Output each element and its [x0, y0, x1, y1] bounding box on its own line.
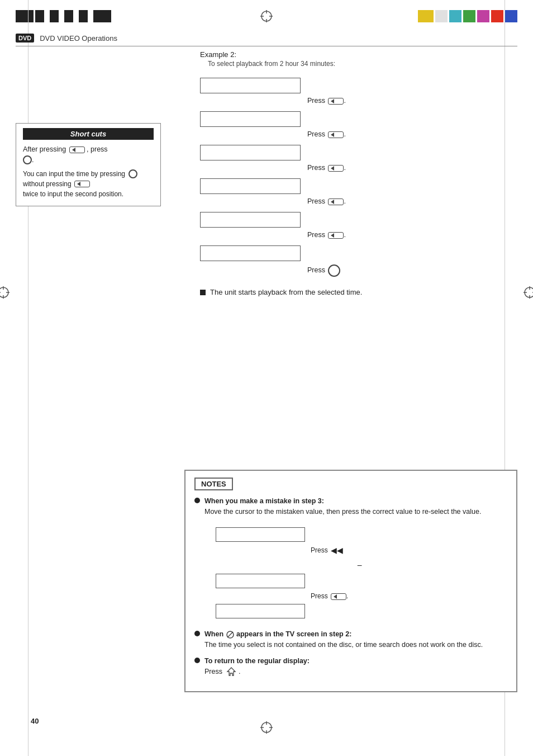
example2-subtitle: To select playback from 2 hour 34 minute… — [200, 60, 517, 68]
page-header: DVD DVD VIDEO Operations — [16, 34, 517, 46]
shortcut-panel: Short cuts After pressing , press . You … — [16, 123, 161, 206]
sub-step-box-c — [216, 604, 481, 618]
notes-section: NOTES When you make a mistake in step 3:… — [184, 470, 517, 692]
bar-gap — [75, 10, 77, 22]
note-bold-2a: When — [204, 630, 226, 638]
shortcut-title: Short cuts — [23, 128, 154, 140]
note-bold-1: When you make a mistake in step 3: — [204, 497, 324, 505]
note-text-2: When appears in the TV screen in step 2:… — [204, 629, 483, 650]
shortcut-note: You can input the time by pressing witho… — [23, 169, 154, 199]
step-row-3 — [200, 145, 517, 160]
step-row-4 — [200, 178, 517, 194]
shortcut-note-text: You can input the time by pressing — [23, 170, 125, 178]
press-row-1: Press . — [200, 97, 517, 105]
page-number: 40 — [31, 717, 39, 725]
bar-green — [463, 10, 475, 22]
right-crosshair — [522, 285, 533, 300]
flat-icon2 — [74, 181, 90, 187]
bar-gap — [46, 10, 48, 22]
note-press-3: Press — [204, 668, 222, 675]
press-label-4: Press . — [307, 197, 346, 205]
flat-icon-step3 — [328, 165, 344, 172]
step-row-1 — [200, 78, 517, 93]
bar-segment — [79, 10, 88, 22]
sub-press-a: Press ◀◀ — [216, 545, 481, 556]
step-box-4 — [200, 178, 301, 194]
bar-segment — [16, 10, 34, 22]
playback-info: The unit starts playback from the select… — [200, 288, 517, 296]
notes-title: NOTES — [194, 478, 233, 490]
flat-icon-step1 — [328, 98, 344, 105]
shortcut-note2: without pressing — [23, 180, 72, 188]
press-row-3: Press . — [200, 164, 517, 172]
example2-label: Example 2: — [200, 50, 517, 59]
step-box-5 — [200, 212, 301, 228]
bar-blue — [505, 10, 517, 22]
step-box-3 — [200, 145, 301, 160]
bar-yellow — [418, 10, 434, 22]
circle-icon2 — [129, 169, 137, 178]
press-row-2: Press . — [200, 130, 517, 138]
press-row-5: Press . — [200, 231, 517, 239]
svg-marker-17 — [227, 668, 235, 675]
prohibition-icon — [226, 630, 235, 639]
sub-step-box-b — [216, 574, 481, 588]
step-box-2 — [200, 111, 301, 127]
press-label-3: Press . — [307, 164, 346, 172]
bar-white — [435, 10, 448, 22]
bar-segment — [50, 10, 59, 22]
flat-icon-step4 — [328, 199, 344, 205]
example2-panel: Example 2: To select playback from 2 hou… — [200, 50, 517, 296]
flat-icon-step2 — [328, 131, 344, 138]
top-center-crosshair — [259, 9, 274, 23]
step-box-1 — [200, 78, 301, 93]
flat-icon-step5 — [328, 232, 344, 239]
bar-cyan — [449, 10, 461, 22]
top-bar-right — [418, 10, 517, 22]
note-item-1: When you make a mistake in step 3: Move … — [194, 496, 507, 621]
sub-box-b — [216, 574, 305, 588]
press-label-6: Press — [307, 264, 340, 277]
shortcut-line1: After pressing — [23, 145, 66, 153]
note-item-3: To return to the regular display: Press … — [194, 656, 507, 677]
note-text-1: When you make a mistake in step 3: Move … — [204, 496, 481, 621]
bar-segment — [93, 10, 111, 22]
shortcut-note3: twice to input the second position. — [23, 190, 123, 198]
bar-gap — [89, 10, 92, 22]
bar-segment — [64, 10, 73, 22]
separator: – — [238, 559, 481, 571]
shortcut-line2: , press — [87, 145, 108, 153]
note-bold-3: To return to the regular display: — [204, 657, 310, 665]
sub-box-c — [216, 604, 305, 618]
house-icon — [226, 667, 236, 677]
shortcut-period: . — [32, 156, 34, 164]
press-row-4: Press . — [200, 197, 517, 205]
svg-line-16 — [227, 632, 233, 637]
bar-gap — [60, 10, 63, 22]
dvd-badge: DVD — [16, 34, 34, 42]
sub-press-label-a: Press ◀◀ — [311, 545, 343, 556]
note-bold-2b: appears in the TV screen in step 2: — [236, 630, 351, 638]
note-item-2: When appears in the TV screen in step 2:… — [194, 629, 507, 650]
square-bullet — [200, 290, 206, 295]
sub-press-label-b: Press . — [311, 591, 348, 601]
sub-box-a — [216, 527, 305, 542]
circle-press-icon — [328, 264, 340, 277]
note-desc-1: Move the cursor to the mistaken value, t… — [204, 508, 481, 516]
bullet-2 — [194, 631, 200, 636]
bullet-3 — [194, 658, 200, 663]
bar-red — [491, 10, 503, 22]
top-bar-left — [16, 10, 111, 22]
shortcut-box: Short cuts After pressing , press . You … — [16, 123, 161, 206]
bullet-1 — [194, 498, 200, 503]
left-margin-line — [28, 0, 28, 756]
step-box-6 — [200, 245, 301, 261]
press-label-2: Press . — [307, 130, 346, 138]
rewind-icon: ◀◀ — [331, 545, 343, 556]
step-row-6 — [200, 245, 517, 261]
circle-icon — [23, 155, 32, 164]
bottom-center-crosshair — [259, 720, 274, 735]
flat-return-icon — [69, 147, 85, 153]
note-period-3: . — [239, 668, 240, 675]
step-row-5 — [200, 212, 517, 228]
